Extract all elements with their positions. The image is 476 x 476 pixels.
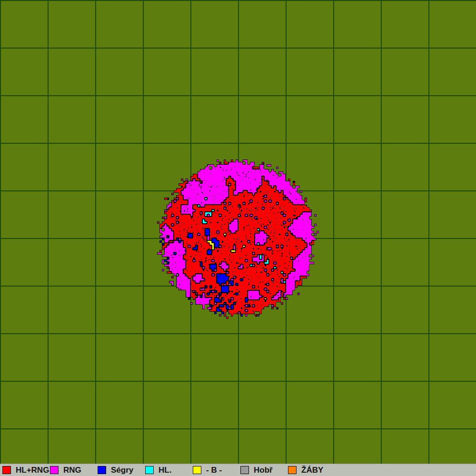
legend-swatch-segry bbox=[98, 466, 106, 474]
simulation-screen: HL+RNGRNGSégryHL.- B -HobřŽÁBY bbox=[0, 0, 476, 476]
legend-item-hl-rng: HL+RNG bbox=[2, 464, 49, 476]
legend-swatch-b bbox=[193, 466, 201, 474]
legend-swatch-rng bbox=[50, 466, 59, 474]
legend-swatch-zaby bbox=[288, 466, 297, 474]
legend-item-segry: Ségry bbox=[98, 464, 133, 476]
legend-swatch-hl-rng bbox=[2, 466, 11, 474]
population-blob-canvas bbox=[0, 0, 476, 464]
terrain-grid-map[interactable] bbox=[0, 0, 476, 464]
legend-item-b: - B - bbox=[193, 464, 222, 476]
legend-item-rng: RNG bbox=[50, 464, 81, 476]
legend-item-zaby: ŽÁBY bbox=[288, 464, 323, 476]
legend-label-zaby: ŽÁBY bbox=[301, 464, 323, 476]
legend-label-hl-rng: HL+RNG bbox=[16, 464, 49, 476]
legend-label-rng: RNG bbox=[63, 464, 81, 476]
legend-label-segry: Ségry bbox=[111, 464, 133, 476]
legend-label-b: - B - bbox=[206, 464, 222, 476]
legend-item-hl: HL. bbox=[145, 464, 171, 476]
legend-item-hobr: Hobř bbox=[240, 464, 273, 476]
legend-label-hobr: Hobř bbox=[254, 464, 273, 476]
legend-label-hl: HL. bbox=[159, 464, 171, 476]
legend-swatch-hobr bbox=[240, 466, 249, 474]
legend-swatch-hl bbox=[145, 466, 154, 474]
legend-bar: HL+RNGRNGSégryHL.- B -HobřŽÁBY bbox=[0, 464, 476, 476]
